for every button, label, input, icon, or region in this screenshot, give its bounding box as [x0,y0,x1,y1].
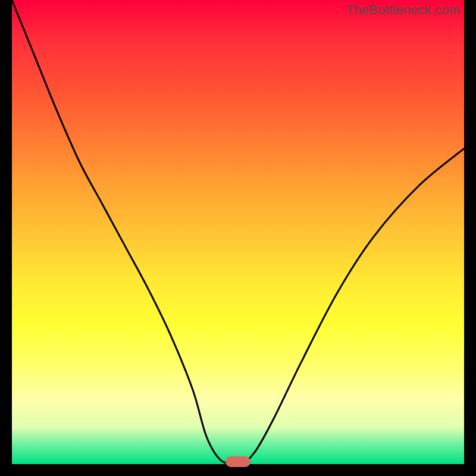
bottleneck-curve [12,0,464,464]
optimum-marker [226,456,250,467]
chart-plot-area: TheBottleneck.com [12,0,464,464]
